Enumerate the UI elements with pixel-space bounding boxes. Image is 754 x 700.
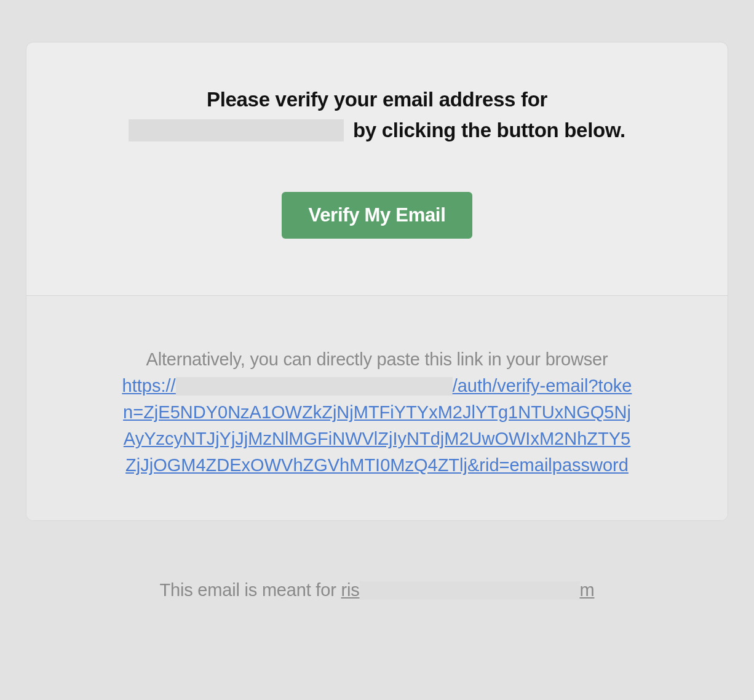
footer-prefix: This email is meant for	[160, 580, 341, 600]
alternative-text: Alternatively, you can directly paste th…	[121, 346, 633, 373]
redacted-site-box	[129, 119, 344, 141]
bottom-section: Alternatively, you can directly paste th…	[26, 296, 728, 520]
footer-name-start: ris	[341, 580, 359, 600]
email-card: Please verify your email address for by …	[26, 42, 728, 521]
heading-part2: by clicking the button below.	[353, 119, 625, 141]
verify-heading: Please verify your email address for by …	[116, 84, 638, 145]
verify-email-button[interactable]: Verify My Email	[282, 192, 473, 239]
verification-link[interactable]: https:///auth/verify-email?token=ZjE5NDY…	[122, 376, 632, 475]
redacted-email-box	[360, 581, 580, 600]
footer-name-end: m	[580, 580, 595, 600]
heading-part1: Please verify your email address for	[207, 88, 547, 111]
redacted-domain-box	[176, 377, 453, 396]
footer-text: This email is meant for rism	[26, 580, 728, 600]
button-wrap: Verify My Email	[116, 192, 638, 239]
link-prefix: https://	[122, 376, 176, 396]
top-section: Please verify your email address for by …	[26, 42, 728, 296]
